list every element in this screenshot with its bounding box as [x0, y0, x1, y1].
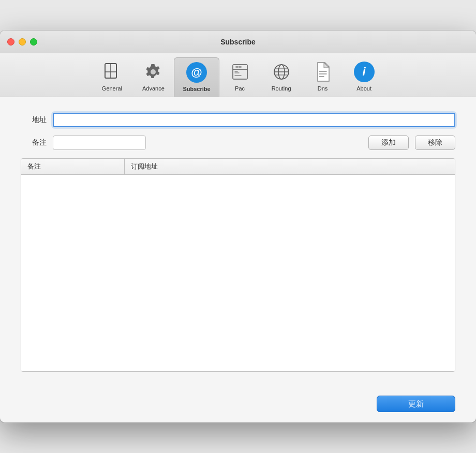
tab-general-label: General	[102, 85, 122, 92]
address-label: 地址	[21, 115, 47, 125]
content-area: 地址 备注 添加 移除 备注 订阅地址	[0, 97, 476, 387]
svg-point-3	[151, 69, 156, 74]
tab-dns[interactable]: Dns	[302, 57, 344, 97]
tab-routing[interactable]: Routing	[261, 57, 302, 97]
traffic-lights	[7, 38, 37, 46]
table-header: 备注 订阅地址	[21, 159, 455, 175]
toolbar: General Advance @ Subscribe	[0, 53, 476, 97]
address-input[interactable]	[53, 113, 455, 127]
titlebar: Subscribe	[0, 31, 476, 53]
about-icon: i	[353, 61, 376, 83]
bottom-bar: 更新	[0, 387, 476, 422]
subscribe-icon: @	[185, 61, 208, 84]
action-buttons: 添加 移除	[368, 135, 455, 150]
tab-about-label: About	[356, 85, 371, 92]
tab-subscribe-label: Subscribe	[183, 86, 210, 92]
update-button[interactable]: 更新	[377, 396, 455, 412]
main-window: Subscribe General Adv	[0, 31, 476, 422]
tab-general[interactable]: General	[91, 57, 132, 97]
subscribe-table: 备注 订阅地址	[21, 158, 455, 372]
close-button[interactable]	[7, 38, 14, 46]
pac-icon	[229, 61, 251, 83]
minimize-button[interactable]	[19, 38, 26, 46]
note-label: 备注	[21, 138, 47, 147]
tab-dns-label: Dns	[318, 85, 328, 92]
col-header-url: 订阅地址	[125, 159, 455, 174]
note-row: 备注 添加 移除	[21, 135, 455, 150]
tab-advance[interactable]: Advance	[132, 57, 174, 97]
routing-icon	[270, 61, 293, 83]
tab-subscribe[interactable]: @ Subscribe	[174, 57, 219, 97]
remove-button[interactable]: 移除	[415, 135, 455, 150]
tab-advance-label: Advance	[142, 85, 165, 92]
dns-icon	[311, 61, 334, 83]
tab-routing-label: Routing	[272, 85, 291, 92]
address-row: 地址	[21, 113, 455, 127]
tab-pac-label: Pac	[235, 85, 245, 92]
table-body[interactable]	[21, 175, 455, 371]
advance-icon	[142, 61, 165, 83]
window-title: Subscribe	[220, 38, 256, 46]
note-input[interactable]	[53, 135, 146, 150]
tab-about[interactable]: i About	[344, 57, 385, 97]
maximize-button[interactable]	[30, 38, 37, 46]
col-header-note: 备注	[21, 159, 125, 174]
general-icon	[100, 61, 123, 83]
add-button[interactable]: 添加	[368, 135, 409, 150]
tab-pac[interactable]: Pac	[219, 57, 261, 97]
